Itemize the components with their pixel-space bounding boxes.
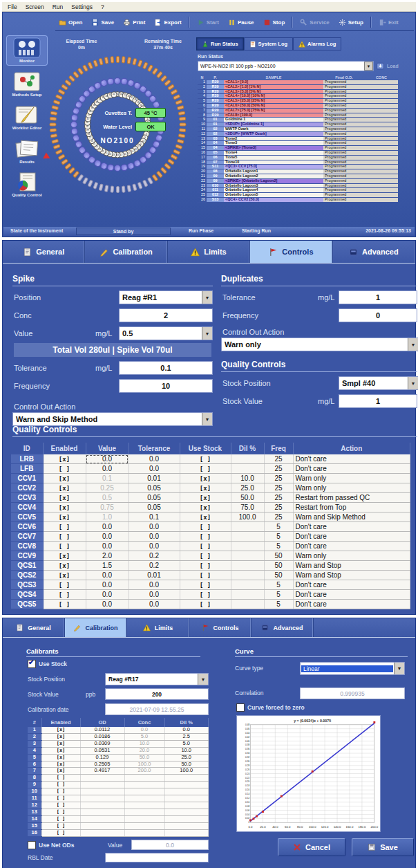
- qc-action-cell[interactable]: Warn only: [293, 483, 410, 493]
- save-button[interactable]: Save: [88, 17, 117, 28]
- qc-action-cell[interactable]: Don't care: [293, 600, 410, 609]
- cal-dil-cell[interactable]: [164, 815, 209, 822]
- qc-enabled-checkbox[interactable]: [ ]: [43, 600, 86, 609]
- tab-advanced[interactable]: Advanced: [333, 241, 415, 263]
- qc-use-stock-checkbox[interactable]: [ ]: [180, 600, 231, 609]
- calibration-row[interactable]: 7 [x] 0.4917 200.0 100.0: [28, 768, 209, 775]
- qc-value-cell[interactable]: 2.0: [86, 551, 129, 561]
- qc-dil-cell[interactable]: [231, 590, 264, 600]
- tab-run-status[interactable]: Run Status: [196, 37, 244, 50]
- sidebar-item-worklist-editor[interactable]: Worklist Editor: [7, 103, 47, 132]
- qc-row[interactable]: CCV4 [x] 0.75 0.05 [x] 75.0 25 Restart f…: [11, 503, 410, 513]
- sample-row[interactable]: 3 R20 <CAL3> [5.0] [5% N] Programmed: [198, 89, 398, 94]
- qc-use-stock-checkbox[interactable]: [x]: [180, 513, 231, 522]
- qc-action-cell[interactable]: Don't care: [293, 542, 410, 551]
- rbl-date-input[interactable]: [105, 853, 209, 862]
- cal-conc-cell[interactable]: 0.0: [124, 727, 164, 733]
- qc-freq-cell[interactable]: 25: [264, 454, 293, 464]
- cal-od-cell[interactable]: [80, 802, 124, 809]
- export-button[interactable]: Export: [151, 17, 184, 28]
- cal-conc-cell[interactable]: 200.0: [124, 768, 164, 775]
- qc-value-cell[interactable]: 0.0: [86, 532, 129, 542]
- chevron-down-icon[interactable]: ▼: [394, 663, 404, 674]
- qc-tolerance-cell[interactable]: 0.0: [129, 532, 180, 542]
- cal-enabled-checkbox[interactable]: [ ]: [41, 809, 80, 815]
- cal-od-cell[interactable]: [80, 782, 124, 788]
- qc-use-stock-checkbox[interactable]: [ ]: [180, 571, 231, 580]
- tab-limits[interactable]: Limits: [168, 241, 250, 263]
- calibration-row[interactable]: 14 [ ]: [28, 815, 209, 822]
- cal-dil-cell[interactable]: [164, 809, 209, 815]
- qc-tolerance-cell[interactable]: 0.2: [129, 561, 180, 571]
- sample-row[interactable]: 13 03 Tione2 Programmed: [198, 136, 398, 141]
- cal-dil-cell[interactable]: [164, 775, 209, 782]
- stock-value-input[interactable]: 1: [339, 394, 417, 408]
- qc-dil-cell[interactable]: [231, 464, 264, 474]
- qc-enabled-checkbox[interactable]: [x]: [43, 483, 86, 493]
- qc-action-cell[interactable]: Restart from passed QC: [293, 493, 410, 503]
- pause-button[interactable]: Pause: [225, 17, 258, 28]
- qc-dil-cell[interactable]: 10.0: [231, 474, 264, 483]
- use-stock-checkbox[interactable]: [28, 660, 36, 668]
- sample-row[interactable]: 11 02 WWTP Ozark Programmed: [198, 127, 398, 131]
- cal-dil-cell[interactable]: 10.0: [164, 747, 209, 754]
- calibration-row[interactable]: 10 [ ]: [28, 788, 209, 795]
- sample-row[interactable]: 20 08 Orbetello Lagoon1 Programmed: [198, 169, 398, 174]
- spike-position-select[interactable]: Reag #R1 ▼: [119, 290, 213, 304]
- sample-row[interactable]: 10 01 <SDUP> [Goldmine 1] Programmed: [198, 122, 398, 127]
- calibration-row[interactable]: 8 [ ]: [28, 775, 209, 782]
- qc-enabled-checkbox[interactable]: [x]: [43, 571, 86, 580]
- cal-od-cell[interactable]: [80, 795, 124, 802]
- qc-tolerance-cell[interactable]: 0.05: [129, 503, 180, 513]
- setup-button[interactable]: Setup: [335, 17, 367, 28]
- menu-item[interactable]: Run: [53, 3, 64, 10]
- qc-dil-cell[interactable]: 100.0: [231, 513, 264, 522]
- cal-dil-cell[interactable]: 2.5: [164, 733, 209, 740]
- sample-row[interactable]: 9 01 Goldmine 1 Programmed: [198, 118, 398, 122]
- qc-enabled-checkbox[interactable]: [x]: [43, 503, 86, 513]
- qc-enabled-checkbox[interactable]: [x]: [43, 474, 86, 483]
- sample-row[interactable]: 16 05 Tione4 Programmed: [198, 150, 398, 155]
- cal-conc-cell[interactable]: [124, 802, 164, 809]
- qc-action-cell[interactable]: Don't care: [293, 522, 410, 532]
- chevron-down-icon[interactable]: ▼: [198, 674, 208, 685]
- qc-tolerance-cell[interactable]: 0.01: [129, 474, 180, 483]
- calibration-row[interactable]: 6 [x] 0.2505 100.0 50.0: [28, 761, 209, 768]
- spike-coa-select[interactable]: Warn and Skip Method ▼: [12, 412, 213, 426]
- service-button[interactable]: Service: [296, 17, 332, 28]
- exit-button[interactable]: Exit: [375, 17, 402, 28]
- tab-advanced[interactable]: Advanced: [251, 618, 314, 637]
- cal-enabled-checkbox[interactable]: [x]: [41, 727, 80, 733]
- qc-tolerance-cell[interactable]: 0.0: [129, 542, 180, 551]
- qc-action-cell[interactable]: Don't care: [293, 464, 410, 474]
- sample-row[interactable]: 23 010 Orbetello Lagoon3 Programmed: [198, 183, 398, 188]
- cal-od-cell[interactable]: [80, 815, 124, 822]
- qc-freq-cell[interactable]: 50: [264, 551, 293, 561]
- cal-dil-cell[interactable]: 5.0: [164, 740, 209, 747]
- calibration-row[interactable]: 3 [x] 0.0309 10.0 5.0: [28, 740, 209, 747]
- sample-row[interactable]: 14 04 Tione3 Programmed: [198, 141, 398, 146]
- cal-conc-cell[interactable]: 50.0: [124, 754, 164, 761]
- cal-od-cell[interactable]: 0.4917: [80, 768, 124, 775]
- sample-row[interactable]: 7 R20 <CAL7> [75.0] [75% N] Programmed: [198, 108, 398, 113]
- qc-dil-cell[interactable]: 25.0: [231, 483, 264, 493]
- menu-item[interactable]: Screen: [26, 3, 44, 10]
- cal-stock-position-select[interactable]: Reag #R17 ▼: [105, 673, 209, 685]
- qc-row[interactable]: QCS1 [x] 1.5 0.2 [ ] 50 Warn and Stop: [11, 561, 410, 571]
- qc-freq-cell[interactable]: 5: [264, 522, 293, 532]
- cal-od-cell[interactable]: [80, 822, 124, 829]
- cal-od-cell[interactable]: [80, 809, 124, 815]
- sample-row[interactable]: 18 07 Tione10 Programmed: [198, 160, 398, 165]
- cal-conc-cell[interactable]: [124, 809, 164, 815]
- qc-action-cell[interactable]: Warn and Stop: [293, 561, 410, 571]
- cal-od-cell[interactable]: 0.0112: [80, 727, 124, 733]
- cal-conc-cell[interactable]: 10.0: [124, 740, 164, 747]
- spike-frequency-input[interactable]: 10: [119, 379, 213, 393]
- cal-conc-cell[interactable]: 5.0: [124, 733, 164, 740]
- chevron-down-icon[interactable]: ▼: [202, 413, 212, 425]
- qc-freq-cell[interactable]: 25: [264, 464, 293, 474]
- qc-value-cell[interactable]: 0.0: [86, 571, 129, 580]
- cal-od-cell[interactable]: 0.2505: [80, 761, 124, 768]
- tab-controls[interactable]: Controls: [189, 618, 251, 637]
- calibration-row[interactable]: 13 [ ]: [28, 809, 209, 815]
